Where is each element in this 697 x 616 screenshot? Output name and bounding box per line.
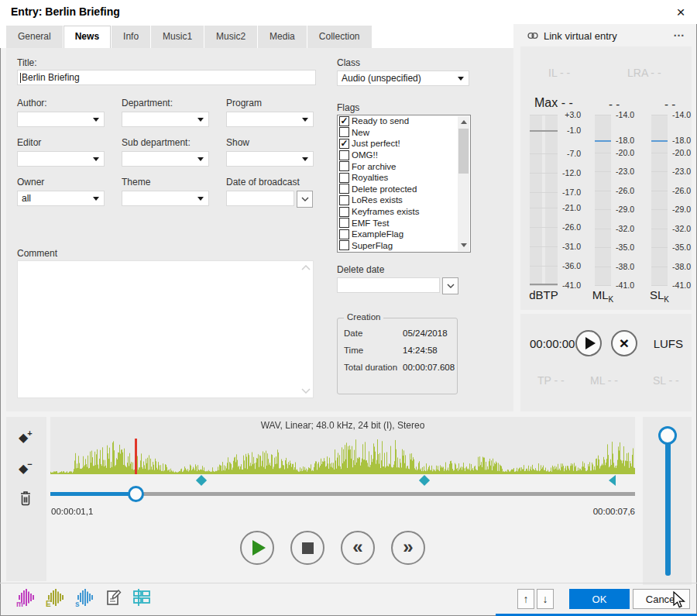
- combo-editor[interactable]: [17, 151, 105, 167]
- tab-media[interactable]: Media: [258, 26, 307, 48]
- field-label: Author:: [17, 98, 105, 108]
- flag-item-ready-to-send[interactable]: ✓Ready to send: [338, 115, 470, 127]
- flags-scrollbar[interactable]: [458, 116, 469, 251]
- checkbox[interactable]: [339, 161, 349, 171]
- meter-tick-label: -1.0: [567, 126, 581, 135]
- ml-value: ML - -: [590, 374, 618, 387]
- playhead-cursor[interactable]: [135, 439, 137, 474]
- flag-label: ExampleFlag: [352, 229, 403, 239]
- waveform-m-button[interactable]: m: [15, 587, 36, 611]
- waveform-e-button[interactable]: E: [45, 587, 65, 611]
- title-bar: Entry: Berlin Briefing ×: [0, 0, 697, 24]
- waveform-panel[interactable]: WAV, Linear; 48.0 kHz, 24 bit (I), Stere…: [50, 417, 635, 474]
- flag-item-for-archive[interactable]: For archive: [338, 160, 470, 172]
- date-picker-button[interactable]: [297, 191, 313, 208]
- waveform-s-button[interactable]: s: [74, 587, 94, 611]
- arrow-down-icon: ↓: [543, 593, 548, 605]
- trash-icon: [17, 488, 34, 507]
- tab-music1[interactable]: Music1: [151, 26, 204, 48]
- footer-icon-bar: mEs: [15, 587, 152, 611]
- more-menu-icon[interactable]: …: [673, 26, 685, 39]
- combo-owner[interactable]: all: [17, 191, 105, 206]
- flag-item-just-perfect[interactable]: ✓Just perfect!: [338, 138, 470, 150]
- checkbox[interactable]: [339, 173, 349, 183]
- class-combo[interactable]: Audio (unspecified): [337, 71, 469, 86]
- flag-item-lores-exists[interactable]: LoRes exists: [338, 194, 470, 206]
- flag-item-superflag[interactable]: SuperFlag: [338, 240, 470, 252]
- measure-cancel-button[interactable]: ×: [611, 330, 637, 356]
- meter-tick-label: -38.0: [672, 262, 691, 271]
- segment-marker-icon[interactable]: [196, 475, 207, 486]
- flag-item-royalties[interactable]: Royalties: [338, 172, 470, 184]
- delete-date-picker-button[interactable]: [442, 277, 458, 294]
- move-up-button[interactable]: ↑: [517, 589, 534, 609]
- date-input-date-of-broadcast[interactable]: [226, 191, 294, 206]
- rewind-button[interactable]: «: [341, 531, 375, 565]
- checkbox[interactable]: ✓: [339, 116, 349, 126]
- flag-item-new[interactable]: New: [338, 127, 470, 139]
- flag-label: OMG!!: [352, 150, 378, 160]
- checkbox[interactable]: [339, 229, 349, 239]
- scrollbar-thumb[interactable]: [458, 129, 469, 174]
- edit-text-button[interactable]: [104, 587, 122, 611]
- tab-general[interactable]: General: [6, 26, 63, 48]
- combo-author[interactable]: [17, 112, 105, 127]
- combo-sub-department[interactable]: [122, 151, 209, 167]
- end-marker-icon[interactable]: [609, 475, 616, 486]
- meter-tick-label: -31.0: [562, 242, 581, 251]
- seek-slider-thumb[interactable]: [128, 486, 144, 502]
- remove-marker-button[interactable]: ◆−: [19, 459, 33, 476]
- segment-marker-icon[interactable]: [419, 475, 430, 486]
- volume-slider[interactable]: [665, 435, 671, 576]
- flag-item-delete-protected[interactable]: Delete protected: [338, 184, 470, 195]
- field-editor: Editor: [17, 137, 105, 167]
- move-down-button[interactable]: ↓: [537, 589, 554, 609]
- title-input[interactable]: Berlin Briefing: [17, 70, 316, 85]
- play-button[interactable]: [240, 531, 274, 565]
- combo-department[interactable]: [122, 112, 209, 127]
- delete-marker-button[interactable]: [17, 488, 34, 510]
- seek-slider[interactable]: [50, 492, 635, 496]
- scrollbar-down-icon[interactable]: [461, 243, 467, 247]
- comment-textarea[interactable]: [17, 260, 314, 398]
- creation-rows: Date05/24/2018Time14:24:58Total duration…: [338, 329, 457, 372]
- tab-news[interactable]: News: [64, 26, 111, 48]
- checkbox[interactable]: ✓: [339, 139, 349, 149]
- scrollbar-up-icon[interactable]: [461, 120, 467, 124]
- combo-theme[interactable]: [122, 191, 209, 206]
- close-icon[interactable]: ×: [671, 3, 690, 22]
- ok-button[interactable]: OK: [569, 589, 630, 609]
- flag-item-emf-test[interactable]: EMF Test: [338, 217, 470, 229]
- checkbox[interactable]: [339, 218, 349, 228]
- marker-tool-column: ◆+◆−: [6, 417, 46, 581]
- combo-program[interactable]: [226, 112, 314, 127]
- flag-item-omg[interactable]: OMG!!: [338, 150, 470, 161]
- dropdown-arrow-icon: [197, 197, 204, 201]
- checkbox[interactable]: [339, 127, 349, 137]
- checkbox[interactable]: [339, 207, 349, 217]
- delete-date-input[interactable]: [337, 277, 440, 293]
- volume-slider-thumb[interactable]: [658, 426, 677, 445]
- flags-list[interactable]: ✓Ready to sendNew✓Just perfect!OMG!!For …: [337, 115, 471, 253]
- stop-button[interactable]: [290, 531, 324, 565]
- checkbox[interactable]: [339, 195, 349, 205]
- checkbox[interactable]: [339, 184, 349, 194]
- combo-show[interactable]: [226, 151, 314, 167]
- multitrack-button[interactable]: [132, 587, 152, 611]
- field-label: Theme: [122, 177, 209, 188]
- tab-info[interactable]: Info: [112, 26, 150, 48]
- checkbox[interactable]: [339, 150, 349, 160]
- meter-tick-label: -36.0: [562, 261, 581, 270]
- flag-item-exampleflag[interactable]: ExampleFlag: [338, 229, 470, 240]
- link-virtual-entry-label[interactable]: Link virtual entry: [544, 30, 617, 42]
- meter-bar: [530, 115, 542, 285]
- flag-item-keyframes-exists[interactable]: Keyframes exists: [338, 206, 470, 218]
- add-marker-button[interactable]: ◆+: [19, 428, 33, 445]
- measure-play-button[interactable]: [575, 330, 602, 356]
- checkbox[interactable]: [339, 240, 349, 250]
- tab-music2[interactable]: Music2: [204, 26, 257, 48]
- tab-collection[interactable]: Collection: [307, 26, 372, 48]
- window-title: Entry: Berlin Briefing: [11, 5, 120, 18]
- forward-button[interactable]: »: [391, 531, 425, 565]
- field-owner: Ownerall: [17, 177, 105, 208]
